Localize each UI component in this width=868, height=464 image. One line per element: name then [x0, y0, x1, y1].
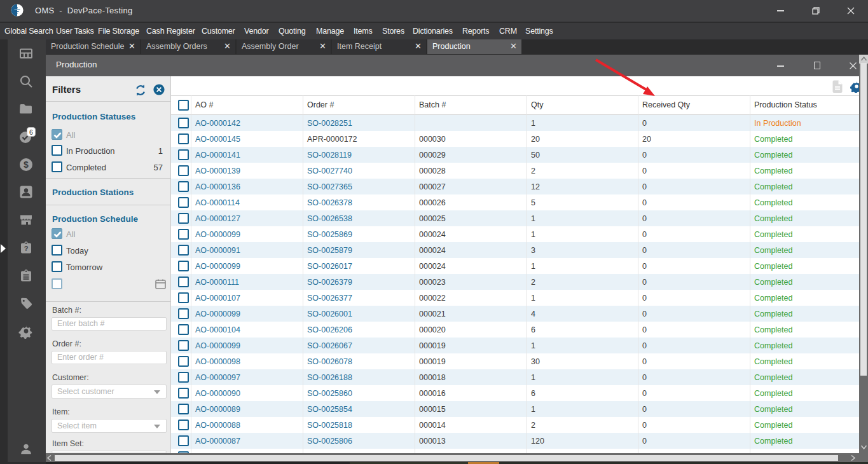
svg-text:?: ?: [24, 245, 29, 252]
svg-text:$: $: [24, 160, 29, 170]
